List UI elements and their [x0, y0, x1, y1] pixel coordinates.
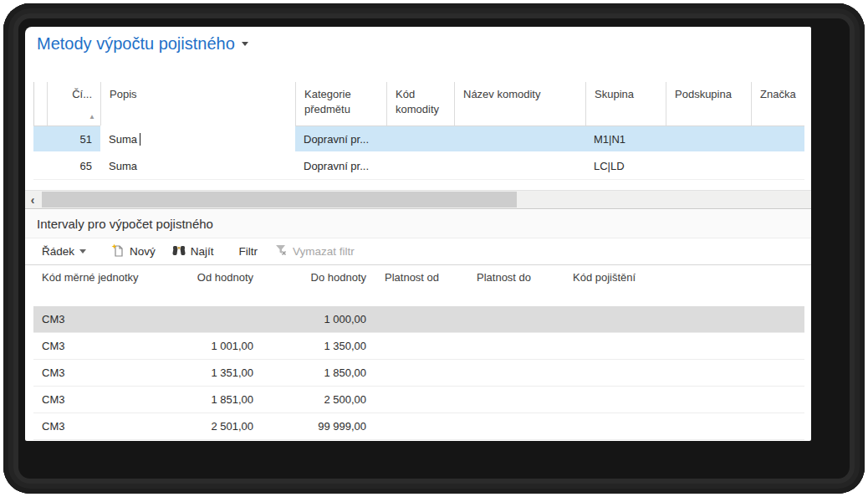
filter-button[interactable]: Filtr	[232, 242, 265, 261]
column-header-znacka[interactable]: Značka	[751, 82, 804, 126]
interval-row-selected[interactable]: CM3 1 000,00	[33, 306, 804, 333]
cell-kod-mj[interactable]: CM3	[33, 393, 159, 406]
column-header-skupina[interactable]: Skupina	[585, 82, 666, 126]
table-row-selected[interactable]: 51 Suma Dopravní pr... M1|N1	[33, 126, 804, 153]
column-header-skupina-label: Skupina	[595, 88, 634, 100]
cell-od-hodnoty[interactable]: 2 501,00	[159, 420, 263, 433]
methods-table-header-row: Čí... ▲ Popis Kategorie předmětu Kód kom…	[33, 82, 804, 126]
cell-cislo[interactable]: 65	[47, 160, 100, 172]
find-button-label: Najít	[191, 245, 214, 258]
radek-menu-button[interactable]: Řádek	[35, 242, 93, 261]
horizontal-scrollbar: ‹	[25, 190, 811, 209]
radek-menu-label: Řádek	[42, 245, 74, 258]
interval-row[interactable]: CM3 1 851,00 2 500,00	[33, 387, 804, 413]
cell-skupina[interactable]: LC|LD	[585, 160, 666, 172]
column-header-platnost-do-label: Platnost do	[477, 271, 531, 284]
app-window: Metody výpočtu pojistného Čí... ▲ Popis …	[25, 27, 811, 441]
binoculars-icon	[172, 244, 186, 259]
new-document-icon	[111, 243, 125, 259]
filter-button-label: Filtr	[239, 245, 258, 258]
column-header-kod-komodity[interactable]: Kód komodity	[386, 82, 454, 126]
clear-filter-button[interactable]: Vymazat filtr	[268, 241, 361, 262]
page-title-dropdown-icon[interactable]	[242, 42, 248, 46]
column-header-popis[interactable]: Popis	[100, 82, 295, 126]
cell-popis-editing[interactable]: Suma	[100, 126, 295, 152]
column-header-popis-label: Popis	[110, 88, 137, 100]
column-header-platnost-do[interactable]: Platnost do	[468, 266, 564, 306]
column-header-platnost-od-label: Platnost od	[385, 271, 439, 284]
screenshot-stage: Metody výpočtu pojistného Čí... ▲ Popis …	[0, 0, 868, 497]
cell-kod-mj[interactable]: CM3	[33, 340, 159, 352]
page-title: Metody výpočtu pojistného	[37, 34, 235, 54]
column-header-kod-merne-jednotky[interactable]: Kód měrné jednotky	[33, 266, 159, 306]
new-button[interactable]: Nový	[105, 240, 162, 263]
scrollbar-thumb[interactable]	[42, 192, 517, 208]
find-button[interactable]: Najít	[166, 241, 221, 262]
cell-od-hodnoty[interactable]: 1 851,00	[159, 393, 263, 406]
column-header-cislo-label: Čí...	[72, 88, 92, 100]
methods-table: Čí... ▲ Popis Kategorie předmětu Kód kom…	[33, 82, 804, 180]
intervals-section-title: Intervaly pro výpočet pojistného	[25, 217, 213, 231]
cell-kod-mj[interactable]: CM3	[33, 366, 159, 379]
column-header-kod-komodity-label: Kód komodity	[396, 88, 439, 115]
text-cursor	[140, 133, 140, 146]
cell-do-hodnoty[interactable]: 1 850,00	[263, 366, 376, 379]
table-row[interactable]: 65 Suma Dopravní pr... LC|LD	[33, 153, 804, 180]
interval-row[interactable]: CM3 2 501,00 99 999,00	[33, 413, 804, 440]
column-header-nazev-komodity[interactable]: Název komodity	[454, 82, 585, 126]
column-header-cislo[interactable]: Čí... ▲	[47, 82, 100, 126]
clear-filter-icon	[274, 244, 288, 259]
column-header-od-hodnoty-label: Od hodnoty	[197, 271, 253, 284]
cell-do-hodnoty[interactable]: 1 000,00	[263, 313, 376, 325]
cell-od-hodnoty[interactable]: 1 351,00	[159, 366, 263, 379]
column-header-znacka-label: Značka	[760, 88, 796, 100]
scrollbar-track[interactable]	[40, 191, 811, 208]
column-header-kod-merne-jednotky-label: Kód měrné jednotky	[42, 271, 139, 284]
sort-ascending-icon: ▲	[89, 114, 95, 120]
interval-row[interactable]: CM3 1 001,00 1 350,00	[33, 333, 804, 360]
column-header-kategorie[interactable]: Kategorie předmětu	[295, 82, 386, 126]
cell-kategorie[interactable]: Dopravní pr...	[295, 133, 386, 146]
column-header-platnost-od[interactable]: Platnost od	[376, 266, 468, 306]
cell-popis[interactable]: Suma	[100, 160, 295, 172]
cell-do-hodnoty[interactable]: 99 999,00	[263, 420, 376, 433]
new-button-label: Nový	[130, 245, 156, 258]
column-header-podskupina-label: Podskupina	[675, 88, 732, 100]
column-header-od-hodnoty[interactable]: Od hodnoty	[159, 266, 263, 306]
cell-od-hodnoty[interactable]: 1 001,00	[159, 340, 263, 352]
chevron-down-icon	[79, 249, 86, 254]
cell-popis-value: Suma	[109, 133, 137, 146]
cell-kategorie[interactable]: Dopravní pr...	[295, 160, 386, 172]
cell-do-hodnoty[interactable]: 1 350,00	[263, 340, 376, 352]
column-header-nazev-komodity-label: Název komodity	[463, 88, 540, 100]
intervals-section-header: Intervaly pro výpočet pojistného	[25, 210, 811, 238]
intervals-table: Kód měrné jednotky Od hodnoty Do hodnoty…	[33, 266, 804, 440]
interval-row[interactable]: CM3 1 351,00 1 850,00	[33, 360, 804, 387]
cell-kod-mj[interactable]: CM3	[33, 313, 159, 325]
column-header-podskupina[interactable]: Podskupina	[666, 82, 751, 126]
cell-do-hodnoty[interactable]: 2 500,00	[263, 393, 376, 406]
cell-cislo[interactable]: 51	[47, 133, 100, 146]
column-header-do-hodnoty-label: Do hodnoty	[311, 271, 367, 284]
scroll-left-arrow[interactable]: ‹	[25, 191, 40, 208]
cell-kod-mj[interactable]: CM3	[33, 420, 159, 433]
column-header-do-hodnoty[interactable]: Do hodnoty	[263, 266, 376, 306]
cell-skupina[interactable]: M1|N1	[585, 133, 666, 146]
page-title-bar: Metody výpočtu pojistného	[37, 30, 248, 57]
clear-filter-label: Vymazat filtr	[293, 245, 355, 258]
intervals-header-row: Kód měrné jednotky Od hodnoty Do hodnoty…	[33, 266, 804, 306]
intervals-toolbar: Řádek Nový	[25, 238, 811, 265]
column-header-kod-pojisteni[interactable]: Kód pojištění	[564, 266, 673, 306]
column-header-kod-pojisteni-label: Kód pojištění	[573, 271, 636, 284]
row-indicator-header	[33, 82, 47, 126]
column-header-kategorie-label: Kategorie předmětu	[304, 88, 351, 115]
